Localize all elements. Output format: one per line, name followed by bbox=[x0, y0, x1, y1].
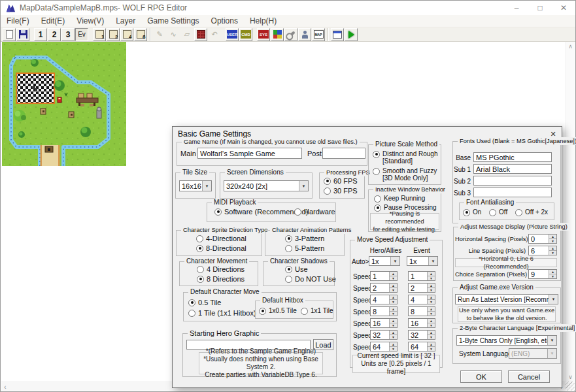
load-button[interactable]: Load bbox=[313, 339, 333, 350]
user-db-button[interactable]: USER bbox=[226, 28, 239, 41]
line-spacing-label: Line Spacing (Pixels) bbox=[455, 248, 526, 254]
speed-5-hero-spinner[interactable]: 32▲▼ bbox=[370, 330, 398, 340]
speed-0-hero-spinner[interactable]: 1▲▼ bbox=[370, 271, 398, 281]
menu-help[interactable]: Help(H) bbox=[244, 15, 282, 27]
game-name-main-input[interactable]: Wolfarl's Sample Game bbox=[197, 148, 302, 159]
test-window-button[interactable] bbox=[331, 28, 344, 41]
resize-grip[interactable] bbox=[566, 382, 575, 391]
antialias-off2x-radio[interactable]: Off + 2x bbox=[515, 208, 548, 216]
menu-file[interactable]: File(F) bbox=[1, 15, 35, 27]
movement-8dir-radio[interactable]: 8 Directions bbox=[197, 275, 245, 283]
map-list-button[interactable]: MAP bbox=[312, 28, 325, 41]
common-events-button[interactable]: CMD bbox=[239, 28, 252, 41]
layer-1-button[interactable]: 1 bbox=[34, 28, 47, 41]
antialias-on-radio[interactable]: On bbox=[463, 208, 481, 216]
map-view[interactable] bbox=[2, 42, 126, 166]
event-grid-button[interactable] bbox=[194, 28, 207, 41]
game-name-post-input[interactable] bbox=[322, 148, 365, 159]
layer-2-button[interactable]: 2 bbox=[48, 28, 61, 41]
post-label: Post bbox=[307, 150, 322, 157]
speed-2-event-spinner[interactable]: 4▲▼ bbox=[408, 295, 435, 304]
line-spacing-spinner[interactable]: 6▲▼ bbox=[528, 246, 557, 255]
choice-separation-label: Choice Separation (Pixels) bbox=[455, 271, 526, 278]
minimize-button[interactable]: – bbox=[505, 1, 528, 15]
hitbox-1x05-radio[interactable]: 1x0.5 Tile bbox=[259, 307, 297, 315]
menu-view[interactable]: View(V) bbox=[71, 15, 110, 27]
horizontal-spacing-spinner[interactable]: 0▲▼ bbox=[528, 234, 557, 244]
chevron-down-icon: ▼ bbox=[299, 181, 308, 191]
cancel-button[interactable]: Cancel bbox=[508, 370, 550, 383]
save-button[interactable] bbox=[16, 28, 29, 41]
scale-distinct-radio[interactable]: Distinct and Rough[Standard] bbox=[373, 150, 438, 165]
speed-0-event-spinner[interactable]: 1▲▼ bbox=[408, 271, 435, 281]
fill-tool-button[interactable]: ▱ bbox=[180, 28, 194, 41]
map-scale-1x-button[interactable]: 1 bbox=[93, 28, 106, 41]
hitbox-1x1-radio[interactable]: 1x1 Tile bbox=[301, 307, 333, 315]
gameexe-version-dropdown[interactable]: Run As Latest Version [Recommended]▼ bbox=[455, 294, 558, 304]
auto-event-dropdown[interactable]: 1x▼ bbox=[407, 256, 438, 266]
font-sub3-input[interactable] bbox=[473, 188, 552, 197]
move-1tile-radio[interactable]: 1 Tile (1x1 Hitbox) bbox=[188, 309, 256, 317]
speed-4-hero-spinner[interactable]: 16▲▼ bbox=[370, 318, 398, 328]
speed-3-event-spinner[interactable]: 8▲▼ bbox=[408, 306, 435, 316]
options-tool-button[interactable] bbox=[284, 28, 297, 41]
group-character-movement-legend: Character Movement bbox=[184, 257, 249, 265]
speed-2-hero-spinner[interactable]: 4▲▼ bbox=[370, 295, 398, 304]
test-play-button[interactable] bbox=[345, 28, 358, 41]
font-sub2-input[interactable] bbox=[473, 176, 552, 186]
shadows-donotuse-radio[interactable]: Do NOT Use bbox=[285, 275, 336, 283]
close-button[interactable]: ✕ bbox=[552, 1, 575, 15]
sprite-8dir-radio[interactable]: 8-Directional bbox=[196, 244, 246, 252]
fps-60-radio[interactable]: 60 FPS bbox=[324, 177, 358, 185]
pen-tool-button[interactable]: ✎ bbox=[153, 28, 166, 41]
event-layer-button[interactable]: Ev bbox=[75, 28, 88, 41]
midi-hardware-radio[interactable]: Hardware bbox=[294, 208, 335, 216]
character-button[interactable] bbox=[298, 28, 311, 41]
maximize-button[interactable]: □ bbox=[528, 1, 552, 15]
anim-3pattern-radio[interactable]: 3-Pattern bbox=[285, 235, 324, 242]
font-base-input[interactable]: MS PGothic bbox=[473, 152, 552, 162]
layer-3-button[interactable]: 3 bbox=[61, 28, 75, 41]
game-settings-button[interactable] bbox=[271, 28, 284, 41]
inactive-keep-running-radio[interactable]: Keep Running bbox=[374, 195, 425, 203]
scroll-left-icon[interactable]: ‹ bbox=[4, 383, 7, 391]
scale-smooth-radio[interactable]: Smooth and Fuzzy[3D Mode Only] bbox=[373, 167, 437, 182]
move-05tile-radio[interactable]: 0.5 Tile bbox=[188, 299, 221, 306]
system-db-button[interactable]: SYS bbox=[257, 28, 270, 41]
map-scale-2x-button[interactable]: 2 bbox=[107, 28, 120, 41]
two-byte-language-dropdown[interactable]: 1-Byte Chars Only [English, etc.]▼ bbox=[456, 335, 557, 346]
auto-hero-dropdown[interactable]: 1x▼ bbox=[369, 256, 400, 266]
group-default-hitbox-legend: Default Hitbox bbox=[260, 297, 305, 304]
menu-layer[interactable]: Layer bbox=[110, 15, 141, 27]
sprite-4dir-radio[interactable]: 4-Directional bbox=[196, 235, 246, 242]
map-scale-4x-button[interactable]: 4 bbox=[120, 28, 133, 41]
shadows-use-radio[interactable]: Use bbox=[285, 265, 308, 273]
speed-6-hero-spinner[interactable]: 64▲▼ bbox=[370, 342, 398, 351]
antialias-off-radio[interactable]: Off bbox=[489, 208, 507, 216]
curve-tool-button[interactable]: ∿ bbox=[167, 28, 180, 41]
anim-5pattern-radio[interactable]: 5-Pattern bbox=[285, 244, 324, 252]
new-file-button[interactable] bbox=[3, 28, 16, 41]
ok-button[interactable]: OK bbox=[460, 370, 502, 383]
movement-4dir-radio[interactable]: 4 Directions bbox=[197, 265, 245, 273]
map-scale-8x-button[interactable]: 8 bbox=[134, 28, 147, 41]
scroll-down-icon[interactable]: ∨ bbox=[566, 374, 575, 380]
menu-edit[interactable]: Edit(E) bbox=[35, 15, 71, 27]
font-sub1-input[interactable]: Arial Black bbox=[473, 164, 552, 174]
speed-6-event-spinner[interactable]: 64▲▼ bbox=[408, 342, 435, 351]
scroll-up-icon[interactable]: ∧ bbox=[566, 43, 575, 50]
speed-1-event-spinner[interactable]: 2▲▼ bbox=[408, 283, 435, 293]
menu-options[interactable]: Options bbox=[205, 15, 244, 27]
fps-30-radio[interactable]: 30 FPS bbox=[324, 187, 358, 195]
menu-game-settings[interactable]: Game Settings bbox=[141, 15, 205, 27]
speed-1-hero-spinner[interactable]: 2▲▼ bbox=[370, 283, 398, 293]
tile-size-dropdown[interactable]: 16x16▼ bbox=[179, 180, 212, 191]
col-hero-allies: Hero/Allies bbox=[369, 247, 403, 254]
undo-button[interactable]: ↶ bbox=[208, 28, 221, 41]
speed-3-hero-spinner[interactable]: 8▲▼ bbox=[370, 306, 398, 316]
user-db-icon: USER bbox=[227, 30, 237, 39]
choice-separation-spinner[interactable]: 9▲▼ bbox=[528, 269, 557, 279]
speed-5-event-spinner[interactable]: 32▲▼ bbox=[408, 330, 435, 340]
screen-dimensions-dropdown[interactable]: 320x240 [2x]▼ bbox=[224, 180, 309, 191]
speed-4-event-spinner[interactable]: 16▲▼ bbox=[408, 318, 435, 328]
